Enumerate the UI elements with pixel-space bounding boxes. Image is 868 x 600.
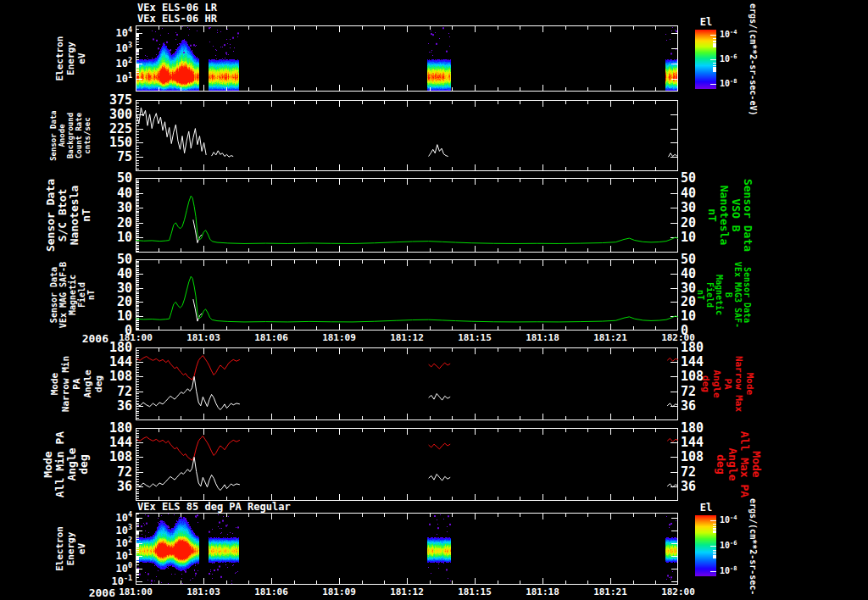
colorbar-tick-label: 10-4 [720, 29, 748, 39]
ytick-label: 36 [83, 398, 132, 414]
ytick-label-right: 0 [681, 323, 730, 338]
count-rate-panel [136, 100, 678, 171]
xtick-label: 181:15 [441, 586, 509, 597]
ytick-label-right: 10 [681, 230, 730, 245]
plot-title-top: VEx ELS-06 LRVEx ELS-06 HR [137, 3, 217, 25]
ytick-label: 36 [83, 479, 132, 494]
ytick-label-right: 30 [681, 200, 730, 215]
ytick-label-right: 40 [681, 266, 730, 281]
ytick-label: 75 [83, 149, 132, 164]
colorbar-tick-label: 10-8 [720, 565, 748, 575]
ytick-label: 50 [83, 252, 132, 267]
ytick-label-right: 40 [681, 186, 730, 201]
electron-energy-ylabel-bottom: Electron EnergyeV [54, 513, 87, 585]
ytick-label: 72 [83, 384, 132, 399]
ytick-label: 180 [83, 340, 132, 355]
ytick-label-right: 20 [681, 215, 730, 231]
colorbar-tick-label: 10-6 [720, 540, 748, 550]
ytick-label: 144 [83, 435, 132, 450]
ytick-label: 144 [83, 354, 132, 369]
ytick-label-right: 36 [681, 398, 730, 414]
ytick-label: 180 [83, 420, 132, 436]
ytick-label-right: 36 [681, 479, 730, 494]
ytick-label: 100 [95, 561, 132, 575]
xtick-label: 181:03 [170, 332, 237, 343]
xtick-label: 181:09 [305, 586, 373, 597]
ytick-label: 102 [95, 536, 132, 549]
ytick-label: 50 [83, 170, 132, 186]
xtick-label: 181:03 [170, 586, 237, 597]
colorbar-bottom [695, 515, 716, 576]
ytick-label: 108 [83, 369, 132, 384]
ytick-label-right: 108 [681, 449, 730, 464]
xtick-label: 181:18 [509, 586, 576, 597]
ytick-label: 104 [95, 510, 132, 524]
ytick-label: 108 [83, 449, 132, 464]
ytick-label: 101 [95, 548, 132, 562]
all-pa-panel [136, 428, 678, 501]
els-spectrogram-top [136, 25, 678, 92]
plot-title-bottom: VEx ELS 85 deg PA Regular [137, 501, 291, 513]
ytick-label-right: 30 [681, 281, 730, 296]
ytick-label: 375 [83, 92, 132, 108]
ytick-label: 150 [83, 135, 132, 150]
colorbar-tick-label: 10-8 [720, 78, 748, 88]
ytick-label: 10 [83, 230, 132, 245]
ytick-label: 101 [95, 71, 132, 85]
ytick-label: 10-1 [95, 574, 132, 587]
ytick-label-right: 50 [681, 252, 730, 267]
ytick-label: 225 [83, 121, 132, 136]
ytick-label-right: 144 [681, 354, 730, 369]
xtick-label: 181:21 [576, 586, 644, 597]
ytick-label: 103 [95, 523, 132, 536]
ytick-label: 20 [83, 215, 132, 231]
ytick-label: 72 [83, 464, 132, 480]
colorbar-top-title: El [693, 16, 719, 28]
xtick-label: 181:06 [237, 332, 305, 343]
ytick-label: 300 [83, 107, 132, 122]
sc-btot-panel [136, 178, 678, 253]
narrow-pa-panel [136, 347, 678, 420]
xtick-label: 181:00 [102, 586, 170, 597]
ytick-label: 102 [95, 56, 132, 69]
ytick-label: 0 [83, 323, 132, 338]
ytick-label-right: 50 [681, 170, 730, 186]
xtick-label: 181:09 [305, 332, 373, 343]
ytick-label-right: 108 [681, 369, 730, 384]
ytick-label: 20 [83, 294, 132, 309]
plot-screen: VEx ELS-06 LRVEx ELS-06 HR VEx ELS 85 de… [0, 0, 868, 600]
ytick-label-right: 10 [681, 308, 730, 324]
els-spectrogram-bottom [136, 513, 678, 585]
xtick-label: 181:12 [373, 332, 441, 343]
ytick-label-right: 144 [681, 435, 730, 450]
ytick-label-right: 20 [681, 294, 730, 309]
ytick-label: 30 [83, 281, 132, 296]
ytick-label-right: 72 [681, 464, 730, 480]
ytick-label: 10 [83, 308, 132, 324]
ytick-label: 30 [83, 200, 132, 215]
mag-safb-panel [136, 259, 678, 331]
ytick-label: 40 [83, 266, 132, 281]
xtick-label: 181:18 [509, 332, 576, 343]
ytick-label: 40 [83, 186, 132, 201]
ytick-label-right: 180 [681, 340, 730, 355]
xtick-label: 181:12 [373, 586, 441, 597]
ytick-label: 104 [95, 25, 132, 39]
xtick-label: 181:21 [576, 332, 644, 343]
xtick-label: 181:15 [441, 332, 509, 343]
colorbar-bottom-title: El [693, 502, 719, 514]
xtick-label: 181:06 [237, 586, 305, 597]
xtick-label: 182:00 [644, 586, 712, 597]
ytick-label: 103 [95, 41, 132, 54]
colorbar-tick-label: 10-4 [720, 514, 748, 525]
electron-energy-ylabel-top: Electron EnergyeV [54, 25, 87, 92]
ytick-label-right: 72 [681, 384, 730, 399]
ytick-label-right: 180 [681, 420, 730, 436]
colorbar-top [695, 30, 716, 89]
colorbar-tick-label: 10-6 [720, 53, 748, 64]
